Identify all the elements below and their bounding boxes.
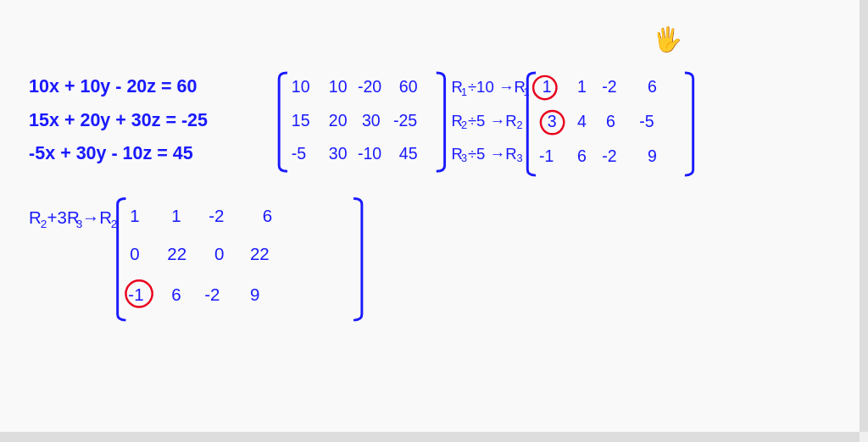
svg-text:÷5 →R: ÷5 →R (468, 145, 517, 163)
svg-text:3: 3 (517, 152, 523, 164)
svg-text:-10: -10 (358, 144, 381, 163)
svg-text:→R: →R (82, 207, 112, 227)
svg-text:2: 2 (461, 119, 467, 131)
svg-text:-25: -25 (393, 111, 417, 130)
svg-text:-2: -2 (204, 285, 220, 304)
svg-text:60: 60 (399, 77, 418, 96)
svg-text:-2: -2 (602, 77, 616, 96)
svg-text:-5x + 30y - 10z = 45: -5x + 30y - 10z = 45 (29, 143, 193, 163)
svg-text:6: 6 (606, 112, 615, 130)
svg-text:0: 0 (130, 244, 139, 263)
svg-text:10: 10 (292, 77, 310, 96)
svg-text:1: 1 (577, 77, 587, 96)
svg-text:6: 6 (263, 206, 272, 225)
svg-text:10: 10 (329, 77, 348, 96)
svg-text:0: 0 (214, 244, 224, 263)
whiteboard-canvas: 10x + 10y - 20z = 60 15x + 20y + 30z = -… (0, 0, 860, 432)
horizontal-scrollbar[interactable] (0, 432, 860, 442)
svg-text:15x + 20y + 30z = -25: 15x + 20y + 30z = -25 (29, 110, 208, 130)
svg-text:1: 1 (461, 86, 467, 98)
svg-text:1: 1 (171, 206, 181, 225)
svg-text:-1: -1 (539, 146, 554, 165)
svg-text:÷10 →R: ÷10 →R (468, 78, 526, 96)
svg-text:R: R (29, 207, 42, 227)
svg-text:45: 45 (399, 144, 418, 163)
svg-text:4: 4 (577, 112, 587, 130)
svg-text:10x + 10y - 20z = 60: 10x + 10y - 20z = 60 (29, 76, 197, 97)
svg-text:15: 15 (292, 111, 310, 130)
svg-text:÷5 →R: ÷5 →R (468, 112, 517, 130)
svg-text:-2: -2 (209, 206, 224, 225)
svg-text:-1: -1 (128, 285, 143, 304)
svg-text:1: 1 (130, 206, 139, 225)
svg-text:9: 9 (648, 146, 657, 165)
svg-text:3: 3 (548, 112, 557, 130)
svg-text:30: 30 (329, 144, 348, 163)
svg-text:+3R: +3R (47, 207, 80, 227)
svg-text:22: 22 (250, 244, 270, 263)
svg-text:-2: -2 (602, 146, 616, 165)
svg-text:3: 3 (461, 152, 467, 164)
svg-text:6: 6 (171, 285, 181, 304)
svg-text:9: 9 (250, 285, 259, 304)
svg-text:-5: -5 (639, 112, 654, 130)
svg-text:6: 6 (648, 77, 657, 96)
svg-text:22: 22 (167, 244, 186, 263)
svg-text:-20: -20 (358, 77, 381, 96)
svg-text:2: 2 (41, 218, 47, 230)
svg-text:-5: -5 (292, 144, 307, 163)
svg-text:1: 1 (542, 77, 552, 96)
svg-text:30: 30 (362, 111, 381, 130)
svg-text:2: 2 (517, 119, 523, 131)
svg-text:6: 6 (577, 146, 587, 165)
vertical-scrollbar[interactable] (860, 0, 868, 432)
svg-text:20: 20 (329, 111, 348, 130)
